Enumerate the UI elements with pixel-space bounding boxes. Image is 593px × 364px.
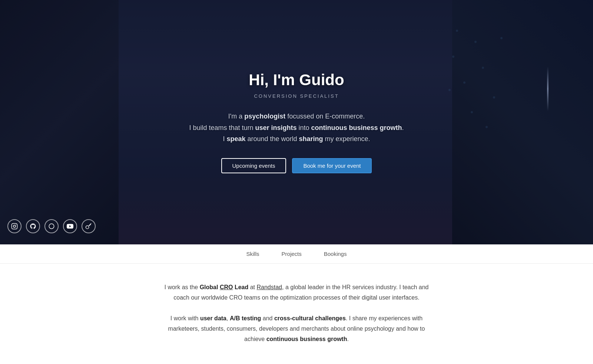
ab-testing-label: A/B testing — [230, 315, 261, 321]
desc-line3: I speak around the world sharing my expe… — [223, 135, 370, 143]
content-section: I work as the Global CRO Lead at Randsta… — [148, 264, 445, 364]
book-event-button[interactable]: Book me for your event — [292, 158, 372, 173]
svg-point-3 — [49, 224, 54, 229]
key-icon[interactable] — [82, 219, 96, 233]
accent-bar — [547, 67, 549, 111]
svg-point-2 — [16, 224, 16, 225]
instagram-icon[interactable] — [7, 219, 21, 233]
desc-line2: I build teams that turn user insights in… — [189, 124, 404, 131]
global-cro-label: Global CRO Lead — [200, 284, 249, 290]
desc-bold-insights: user insights — [255, 124, 297, 131]
hero-content: Hi, I'm Guido CONVERSION SPECIALIST I'm … — [174, 71, 418, 173]
hero-title: Hi, I'm Guido — [189, 71, 404, 89]
desc-bold-psychologist: psychologist — [244, 113, 285, 120]
svg-point-1 — [13, 225, 16, 227]
hero-buttons: Upcoming events Book me for your event — [189, 158, 404, 173]
hero-subtitle: CONVERSION SPECIALIST — [189, 93, 404, 99]
continuous-growth-label: continuous business growth — [266, 336, 347, 342]
circle-social-icon[interactable] — [44, 219, 59, 233]
content-para-2: I work with user data, A/B testing and c… — [163, 313, 430, 344]
desc-bold-sharing: sharing — [299, 135, 323, 143]
user-data-label: user data — [200, 315, 226, 321]
youtube-icon[interactable] — [63, 219, 77, 233]
hero-description: I'm a psychologist focussed on E-commerc… — [189, 111, 404, 145]
social-icons-bar — [7, 219, 96, 233]
desc-bold-growth: continuous business growth — [311, 124, 402, 131]
desc-line1: I'm a psychologist focussed on E-commerc… — [228, 113, 365, 120]
desc-bold-speak: speak — [226, 135, 245, 143]
hero-section: Hi, I'm Guido CONVERSION SPECIALIST I'm … — [0, 0, 593, 244]
nav-item-skills[interactable]: Skills — [246, 245, 259, 263]
content-para-1: I work as the Global CRO Lead at Randsta… — [163, 282, 430, 303]
nav-item-bookings[interactable]: Bookings — [324, 245, 347, 263]
randstad-link[interactable]: Randstad — [257, 284, 282, 290]
nav-items: Skills Projects Bookings — [246, 245, 347, 263]
cross-cultural-label: cross-cultural challenges — [274, 315, 346, 321]
github-icon[interactable] — [26, 219, 40, 233]
upcoming-events-button[interactable]: Upcoming events — [221, 158, 286, 173]
svg-point-4 — [86, 226, 89, 229]
nav-item-projects[interactable]: Projects — [282, 245, 302, 263]
svg-rect-0 — [12, 224, 17, 229]
navigation-bar: Skills Projects Bookings — [0, 244, 593, 264]
